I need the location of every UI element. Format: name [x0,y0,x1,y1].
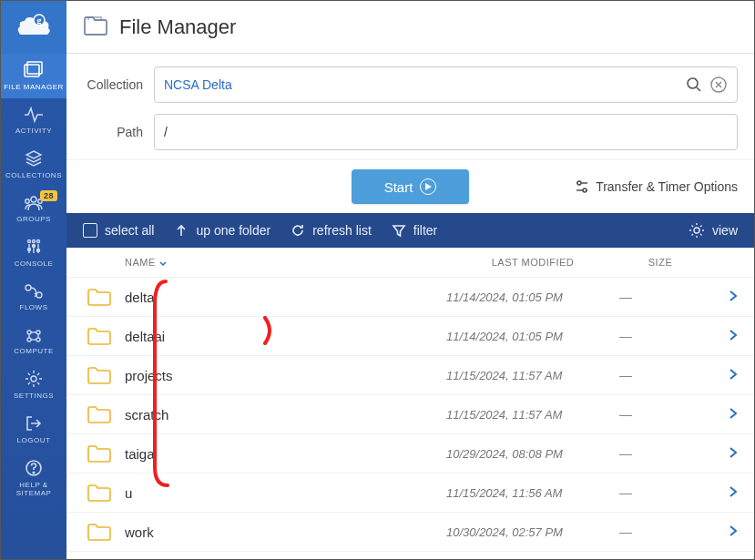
page-title: File Manager [119,15,236,39]
svg-text:g: g [37,15,42,25]
flows-icon [24,283,44,301]
table-row[interactable]: scratch11/15/2024, 11:57 AM— [66,395,754,434]
column-modified[interactable]: LAST MODIFIED [446,257,619,268]
folder-icon [87,484,112,502]
globus-logo-icon: g [15,12,52,43]
svg-point-21 [36,338,40,341]
folder-icon [87,444,112,463]
svg-point-39 [694,228,699,233]
path-input[interactable] [164,125,728,139]
chevron-right-icon[interactable] [701,368,738,383]
svg-point-26 [31,376,36,382]
table-row[interactable]: projects11/15/2024, 11:57 AM— [66,356,754,395]
row-name: delta [125,290,446,305]
view-button[interactable]: view [689,222,738,239]
folder-icon [87,366,112,384]
chevron-right-icon[interactable] [701,329,738,344]
sidebar-item-compute[interactable]: COMPUTE [1,319,66,362]
transfer-options-label: Transfer & Timer Options [596,179,738,194]
transfer-options-button[interactable]: Transfer & Timer Options [574,178,738,195]
logo[interactable]: g [1,1,66,54]
collection-label: Collection [83,77,143,92]
file-list: delta11/14/2024, 01:05 PM—deltaai11/14/2… [66,278,754,552]
table-row[interactable]: u11/15/2024, 11:56 AM— [66,473,754,513]
table-header: NAME LAST MODIFIED SIZE [66,248,754,278]
svg-point-15 [37,249,40,252]
sidebar: g FILE MANAGERACTIVITYCOLLECTIONSGROUPS2… [1,1,66,559]
sidebar-item-label: COLLECTIONS [5,171,62,179]
svg-point-16 [26,285,31,290]
chevron-right-icon[interactable] [701,290,738,305]
row-modified: 10/30/2024, 02:57 PM [446,525,619,539]
chevron-right-icon[interactable] [701,407,738,423]
clear-icon[interactable] [709,76,728,94]
row-size: — [619,368,701,382]
stack-icon [25,149,43,169]
row-modified: 11/15/2024, 11:57 AM [446,369,619,382]
row-name: deltaai [125,329,446,344]
row-size: — [619,290,701,304]
sliders-icon [574,178,590,195]
sidebar-item-collections[interactable]: COLLECTIONS [1,142,66,187]
sidebar-item-label: COMPUTE [14,347,54,355]
table-row[interactable]: taiga10/29/2024, 08:08 PM— [66,434,754,473]
row-name: scratch [125,407,446,423]
refresh-button[interactable]: refresh list [291,223,372,238]
sidebar-item-help-sitemap[interactable]: HELP & SITEMAP [1,452,66,504]
table-row[interactable]: work10/30/2024, 02:57 PM— [66,513,754,552]
search-icon[interactable] [686,76,702,93]
row-name: u [125,485,446,501]
logout-icon [25,414,43,434]
sidebar-item-label: HELP & SITEMAP [3,481,65,497]
play-icon [420,178,436,195]
filter-icon [392,223,406,238]
svg-point-7 [28,240,31,243]
sidebar-item-label: ACTIVITY [15,127,52,135]
svg-point-14 [33,245,36,248]
row-name: work [125,524,446,540]
svg-line-30 [697,87,700,91]
sidebar-item-settings[interactable]: SETTINGS [1,362,66,407]
start-button[interactable]: Start [352,169,470,204]
sidebar-item-activity[interactable]: ACTIVITY [1,98,66,142]
chevron-right-icon[interactable] [701,524,738,540]
collection-input-wrap[interactable] [154,66,738,103]
sidebar-item-logout[interactable]: LOGOUT [1,407,66,452]
row-modified: 11/14/2024, 01:05 PM [446,290,619,304]
chevron-right-icon[interactable] [701,446,738,462]
checkbox-icon [83,223,97,238]
table-row[interactable]: deltaai11/14/2024, 01:05 PM— [66,317,754,356]
chevron-right-icon[interactable] [701,485,738,501]
svg-point-19 [36,331,40,334]
sidebar-item-flows[interactable]: FLOWS [1,275,66,319]
svg-point-28 [33,472,35,473]
table-row[interactable]: delta11/14/2024, 01:05 PM— [66,278,754,317]
folder-icon [87,327,112,345]
main-panel: File Manager Collection Path [66,1,754,559]
refresh-icon [291,223,305,238]
svg-point-20 [27,338,31,341]
sidebar-item-file-manager[interactable]: FILE MANAGER [1,54,66,98]
gear-icon [689,222,705,239]
svg-point-18 [27,331,31,334]
pulse-icon [24,107,44,125]
column-size[interactable]: SIZE [619,257,701,268]
svg-point-13 [28,249,31,251]
collection-input[interactable] [164,77,678,92]
sidebar-item-console[interactable]: CONSOLE [1,230,66,275]
sidebar-item-label: SETTINGS [14,392,54,400]
svg-point-29 [688,78,698,88]
up-one-folder-button[interactable]: up one folder [174,223,270,238]
filter-button[interactable]: filter [392,223,437,238]
column-name[interactable]: NAME [83,257,446,268]
path-input-wrap[interactable] [154,114,738,150]
sidebar-item-groups[interactable]: GROUPS28 [1,187,66,230]
badge: 28 [40,190,57,201]
sidebar-item-label: LOGOUT [17,436,51,444]
select-all-button[interactable]: select all [83,223,154,238]
folder-icon [87,405,112,423]
files-icon [23,61,45,81]
row-size: — [619,446,701,461]
folder-icon [87,523,112,541]
path-label: Path [83,125,143,139]
